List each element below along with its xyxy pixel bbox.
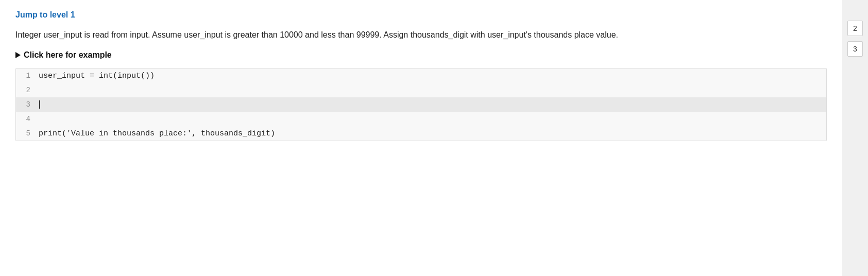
code-editor[interactable]: 1user_input = int(input())2345print('Val… xyxy=(15,68,827,141)
click-example-toggle[interactable]: Click here for example xyxy=(15,50,827,60)
line-number: 3 xyxy=(16,97,35,112)
text-cursor xyxy=(39,100,40,109)
code-line[interactable]: 5print('Value in thousands place:', thou… xyxy=(16,126,826,141)
line-content xyxy=(35,83,826,97)
click-example-label: Click here for example xyxy=(24,50,112,60)
right-sidebar: 2 3 xyxy=(842,0,868,276)
description-text: Integer user_input is read from input. A… xyxy=(15,29,814,41)
line-content: print('Value in thousands place:', thous… xyxy=(35,126,826,141)
jump-to-level-link[interactable]: Jump to level 1 xyxy=(15,10,827,20)
code-line[interactable]: 2 xyxy=(16,83,826,97)
sidebar-number-2: 2 xyxy=(847,21,863,36)
sidebar-number-3: 3 xyxy=(847,41,863,57)
line-content xyxy=(35,97,826,112)
line-content: user_input = int(input()) xyxy=(35,68,826,83)
line-number: 2 xyxy=(16,83,35,97)
page-container: Jump to level 1 Integer user_input is re… xyxy=(0,0,868,276)
line-content xyxy=(35,112,826,126)
code-line[interactable]: 3 xyxy=(16,97,826,112)
triangle-icon xyxy=(15,52,21,58)
line-number: 5 xyxy=(16,126,35,141)
line-number: 1 xyxy=(16,68,35,83)
main-content: Jump to level 1 Integer user_input is re… xyxy=(0,0,842,276)
code-line[interactable]: 4 xyxy=(16,112,826,126)
code-line[interactable]: 1user_input = int(input()) xyxy=(16,68,826,83)
line-number: 4 xyxy=(16,112,35,126)
